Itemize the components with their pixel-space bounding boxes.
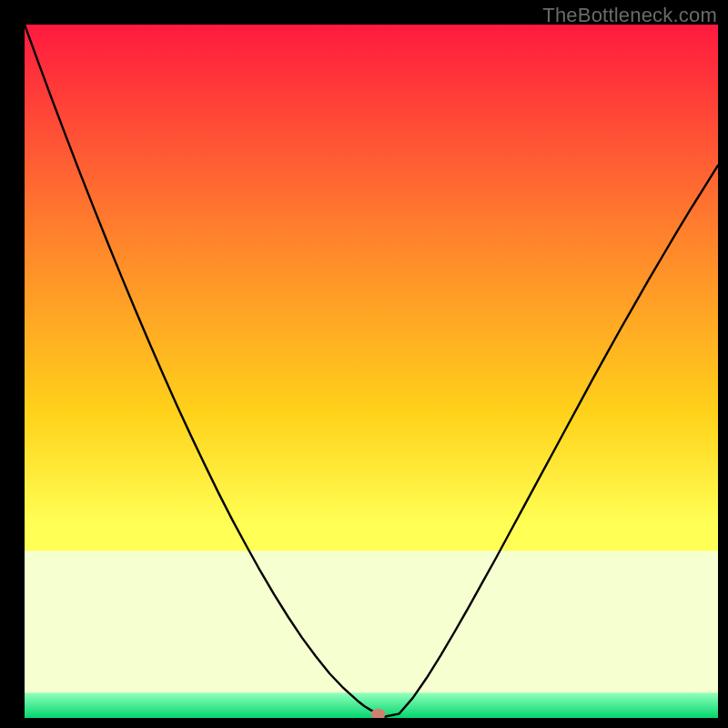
bottleneck-chart [0, 0, 728, 728]
chart-container: TheBottleneck.com [0, 0, 728, 728]
svg-rect-2 [0, 0, 25, 728]
watermark-text: TheBottleneck.com [542, 4, 717, 27]
plot-background [25, 25, 718, 718]
svg-rect-3 [718, 0, 728, 728]
svg-rect-1 [0, 718, 728, 728]
